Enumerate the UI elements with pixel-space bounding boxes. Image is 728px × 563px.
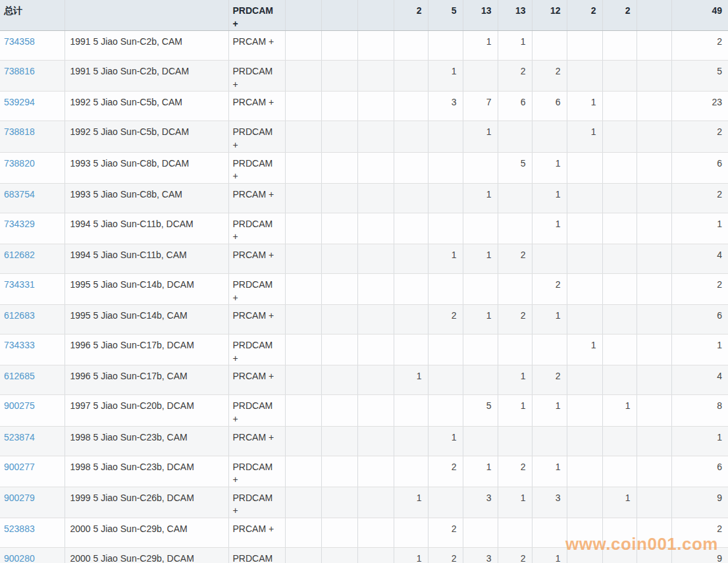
count-cell [357,547,394,563]
count-cell [357,518,394,547]
count-cell [285,547,321,563]
count-cell: 1 [532,152,567,183]
coin-description: 1992 5 Jiao Sun-C5b, DCAM [65,121,228,152]
header-count: 2 [394,0,428,31]
count-cell: 1 [567,92,602,121]
count-cell: 2 [428,518,463,547]
coin-id-link[interactable]: 683754 [4,189,35,200]
coin-id-link[interactable]: 612682 [4,250,35,260]
coin-id-link[interactable]: 900275 [4,400,35,411]
coin-id-link[interactable]: 900280 [4,553,35,563]
count-cell [567,31,602,61]
grade-code: PRDCAM + [228,547,285,563]
count-cell [637,213,671,244]
count-cell [602,456,637,487]
count-cell: 6 [532,92,567,121]
count-cell [428,121,463,152]
coin-id-link[interactable]: 734333 [4,340,35,350]
coin-id-link[interactable]: 734329 [4,219,35,229]
table-row: 7343331996 5 Jiao Sun-C17b, DCAMPRDCAM +… [0,335,728,365]
count-cell [567,487,602,518]
header-grade-code: PRDCAM + [228,0,285,31]
count-cell [567,426,602,456]
count-cell: 2 [532,61,567,92]
count-cell: 1 [532,395,567,426]
count-cell [394,183,428,213]
coin-id-link[interactable]: 900279 [4,493,35,503]
count-cell: 1 [428,426,463,456]
count-cell [637,426,671,456]
count-cell [321,305,357,335]
count-cell [637,365,671,395]
count-cell [602,365,637,395]
coin-id-cell: 683754 [0,183,65,213]
count-cell: 1 [463,183,498,213]
count-cell: 1 [532,456,567,487]
coin-description: 1997 5 Jiao Sun-C20b, DCAM [65,395,228,426]
header-count: 5 [428,0,463,31]
coin-id-cell: 900280 [0,547,65,563]
coin-id-link[interactable]: 612685 [4,371,35,381]
count-cell [532,518,567,547]
coin-id-link[interactable]: 738818 [4,126,35,137]
table-row: 5392941992 5 Jiao Sun-C5b, CAMPRCAM +376… [0,92,728,121]
count-cell [285,518,321,547]
coin-id-link[interactable]: 612683 [4,310,35,321]
count-cell [637,121,671,152]
count-cell [321,518,357,547]
coin-id-link[interactable]: 539294 [4,97,35,107]
count-cell [357,183,394,213]
coin-id-link[interactable]: 734331 [4,279,35,290]
header-count: 13 [498,0,532,31]
count-cell [321,426,357,456]
row-total-cell: 4 [671,244,728,273]
coin-id-cell: 900277 [0,456,65,487]
coin-id-cell: 612682 [0,244,65,273]
count-cell: 1 [463,244,498,273]
count-cell [637,547,671,563]
count-cell [602,121,637,152]
count-cell [637,152,671,183]
grade-code: PRDCAM + [228,456,285,487]
coin-id-cell: 734331 [0,273,65,304]
count-cell [428,213,463,244]
count-cell: 1 [428,244,463,273]
count-cell [321,121,357,152]
count-cell [394,518,428,547]
table-row: 6126851996 5 Jiao Sun-C17b, CAMPRCAM +11… [0,365,728,395]
coin-id-link[interactable]: 738816 [4,66,35,76]
count-cell [394,456,428,487]
coin-id-link[interactable]: 523883 [4,523,35,534]
coin-description: 1995 5 Jiao Sun-C14b, DCAM [65,273,228,304]
grade-code: PRCAM + [228,365,285,395]
row-total-cell: 6 [671,456,728,487]
table-row: 5238741998 5 Jiao Sun-C23b, CAMPRCAM +11 [0,426,728,456]
count-cell [498,121,532,152]
table-row: 6837541993 5 Jiao Sun-C8b, CAMPRCAM +112 [0,183,728,213]
grade-code: PRCAM + [228,31,285,61]
count-cell [428,273,463,304]
header-count: 13 [463,0,498,31]
coin-description: 1991 5 Jiao Sun-C2b, CAM [65,31,228,61]
count-cell [602,152,637,183]
coin-id-link[interactable]: 734358 [4,36,35,47]
count-cell [637,487,671,518]
coin-description: 2000 5 Jiao Sun-C29b, CAM [65,518,228,547]
count-cell [498,335,532,365]
count-cell [498,518,532,547]
count-cell [532,244,567,273]
count-cell [532,426,567,456]
coin-id-link[interactable]: 738820 [4,158,35,169]
count-cell [394,213,428,244]
grade-code: PRDCAM + [228,487,285,518]
grade-code: PRCAM + [228,305,285,335]
coin-id-link[interactable]: 523874 [4,432,35,442]
row-total-cell: 1 [671,213,728,244]
coin-id-cell: 734358 [0,31,65,61]
count-cell: 3 [532,487,567,518]
coin-id-link[interactable]: 900277 [4,462,35,472]
count-cell [602,31,637,61]
count-cell: 2 [532,365,567,395]
count-cell [321,395,357,426]
grade-code: PRDCAM + [228,121,285,152]
